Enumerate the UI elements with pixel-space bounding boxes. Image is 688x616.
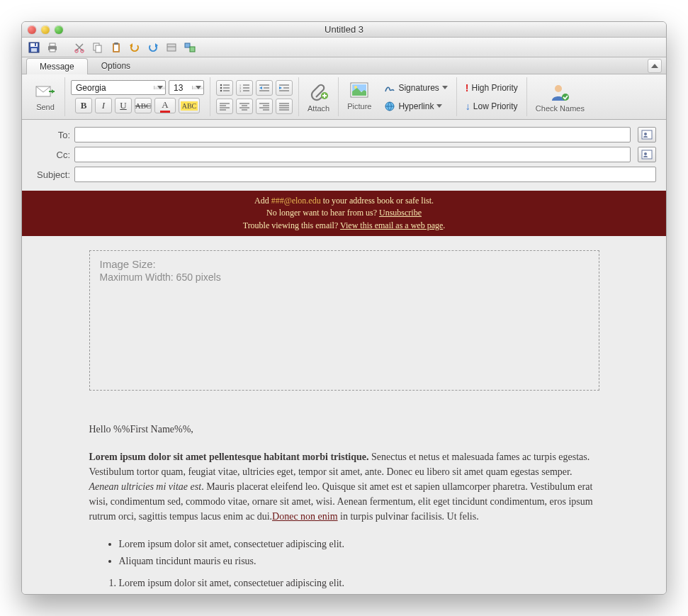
chevron-down-icon	[436, 104, 442, 108]
italic-button[interactable]: I	[95, 98, 112, 113]
banner-line2-pre: No longer want to hear from us?	[266, 208, 379, 218]
banner-account: ###@elon.edu	[271, 196, 321, 206]
cut-button[interactable]	[72, 40, 87, 55]
svg-point-61	[644, 133, 647, 135]
redo-button[interactable]	[145, 40, 161, 55]
email-banner: Add ###@elon.edu to your address book or…	[22, 191, 666, 236]
hyperlink-button[interactable]: Hyperlink	[381, 99, 450, 113]
svg-point-21	[220, 86, 222, 89]
align-justify-button[interactable]	[276, 99, 293, 114]
image-placeholder-heading: Image Size:	[100, 258, 589, 270]
highlight-button[interactable]: ABC	[179, 98, 200, 113]
strikethrough-button[interactable]: ABC	[135, 98, 152, 113]
svg-point-56	[354, 86, 357, 89]
redo-icon	[147, 41, 159, 54]
alignright-icon	[259, 102, 269, 111]
attach-button[interactable]: Attach	[305, 82, 332, 113]
svg-rect-60	[642, 130, 652, 139]
paperclip-icon	[309, 82, 329, 103]
align-right-button[interactable]	[256, 99, 273, 114]
send-group: Send	[26, 77, 65, 116]
subject-label: Subject:	[32, 169, 70, 180]
numbered-list: Lorem ipsum dolor sit amet, consectetuer…	[89, 576, 599, 590]
cc-input[interactable]	[74, 147, 631, 162]
p-link[interactable]: Donec non enim	[272, 511, 338, 522]
subject-input[interactable]	[74, 167, 656, 182]
underline-button[interactable]: U	[115, 98, 132, 113]
email-text[interactable]: Hello %%First Name%%, Lorem ipsum dolor …	[89, 422, 599, 590]
header-fields: To: Cc: Subject:	[22, 120, 666, 191]
image-placeholder[interactable]: Image Size: Maximum Width: 650 pixels	[89, 250, 599, 391]
unsubscribe-link[interactable]: Unsubscribe	[379, 208, 422, 218]
undo-button[interactable]	[127, 40, 142, 55]
media-browser-button[interactable]	[182, 40, 198, 55]
send-button[interactable]: Send	[32, 83, 59, 111]
print-button[interactable]	[45, 40, 60, 55]
list-item: Lorem ipsum dolor sit amet, consectetuer…	[119, 576, 599, 590]
check-names-button[interactable]: Check Names	[533, 82, 587, 113]
to-input[interactable]	[74, 127, 631, 142]
paste-button[interactable]	[108, 40, 124, 55]
send-envelope-icon	[35, 83, 56, 101]
tab-options[interactable]: Options	[88, 57, 144, 74]
font-name-combo[interactable]: Georgia	[71, 80, 166, 95]
person-check-icon	[549, 82, 570, 103]
minimize-button[interactable]	[41, 26, 50, 34]
ribbon-collapse-button[interactable]	[648, 59, 662, 73]
attach-label: Attach	[308, 104, 329, 113]
increase-indent-button[interactable]	[276, 80, 293, 96]
copy-icon	[91, 41, 104, 54]
svg-rect-6	[50, 49, 55, 52]
outdent-icon	[259, 84, 269, 92]
priority-group: ! High Priority ↓ Low Priority	[457, 77, 527, 116]
font-size-value: 13	[169, 83, 192, 93]
font-name-value: Georgia	[72, 83, 154, 93]
close-button[interactable]	[28, 26, 36, 34]
svg-point-63	[644, 152, 647, 155]
p-em: Aenean ultricies mi vitae est	[89, 481, 202, 492]
bold-button[interactable]: B	[75, 98, 92, 113]
align-center-button[interactable]	[236, 99, 253, 114]
hyperlink-label: Hyperlink	[398, 101, 434, 111]
to-address-book-button[interactable]	[638, 127, 656, 142]
tab-message[interactable]: Message	[26, 58, 88, 74]
numbering-button[interactable]: 123	[236, 80, 253, 96]
bullets-button[interactable]	[216, 80, 233, 96]
low-priority-button[interactable]: ↓ Low Priority	[463, 99, 521, 113]
copy-button[interactable]	[90, 40, 106, 55]
scissors-icon	[73, 41, 86, 54]
svg-point-59	[562, 94, 569, 101]
check-names-label: Check Names	[536, 104, 585, 113]
numbering-icon: 123	[239, 84, 249, 92]
align-left-button[interactable]	[216, 99, 233, 114]
font-size-combo[interactable]: 13	[169, 80, 204, 95]
svg-rect-17	[190, 47, 195, 52]
to-label: To:	[32, 130, 70, 140]
ribbon: Send Georgia 13 B I U ABC A ABC	[22, 74, 666, 120]
traffic-lights	[28, 26, 63, 34]
toolbox-button[interactable]	[164, 40, 179, 55]
svg-rect-10	[96, 45, 101, 52]
chevron-down-icon	[196, 86, 201, 89]
web-view-link[interactable]: View this email as a web page	[340, 220, 443, 230]
font-color-button[interactable]: A	[154, 98, 176, 113]
cc-address-book-button[interactable]	[638, 147, 656, 162]
svg-rect-16	[185, 43, 190, 47]
decrease-indent-button[interactable]	[256, 80, 273, 96]
picture-button[interactable]: Picture	[344, 81, 374, 111]
toolbox-icon	[165, 41, 178, 54]
high-priority-button[interactable]: ! High Priority	[463, 81, 521, 95]
clipboard-icon	[110, 41, 123, 54]
banner-line3-pre: Trouble viewing this email?	[243, 220, 340, 230]
svg-rect-14	[167, 44, 176, 51]
greeting: Hello %%First Name%%,	[89, 422, 599, 437]
high-priority-icon: !	[466, 82, 469, 94]
message-body[interactable]: Add ###@elon.edu to your address book or…	[22, 191, 666, 594]
list-item: Aliquam tincidunt mauris eu risus.	[119, 554, 599, 569]
signatures-button[interactable]: Signatures	[381, 81, 450, 95]
save-button[interactable]	[26, 40, 42, 55]
ribbon-tab-strip: Message Options	[22, 57, 666, 74]
zoom-button[interactable]	[55, 26, 63, 34]
signatures-label: Signatures	[398, 83, 439, 93]
insert-group: Picture Signatures Hyperlink	[339, 77, 457, 116]
